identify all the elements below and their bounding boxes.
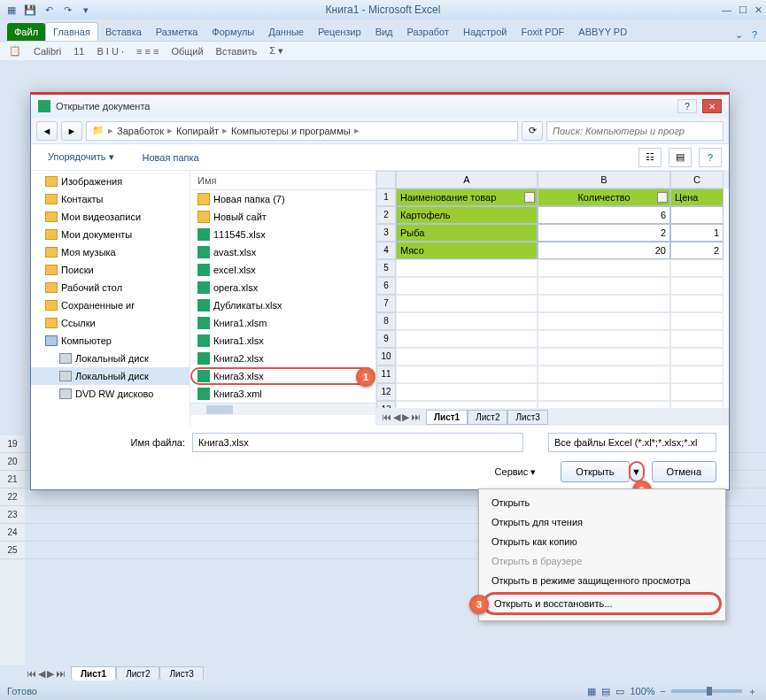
row-header[interactable]: 4 [376,242,396,259]
tree-node[interactable]: Поиски [31,261,190,279]
tab-abbyy[interactable]: ABBYY PD [571,23,634,41]
cell[interactable] [670,277,723,295]
tab-data[interactable]: Данные [261,23,311,41]
cell[interactable] [538,365,670,383]
cancel-button[interactable]: Отмена [652,461,716,482]
view-layout-icon[interactable]: ▤ [601,686,610,697]
cell[interactable] [670,365,723,383]
row-header[interactable]: 10 [376,348,396,365]
paste-icon[interactable]: 📋 [9,45,21,57]
col-header-b[interactable]: B [538,171,670,188]
minimize-button[interactable]: — [722,4,731,16]
cell[interactable] [538,401,670,408]
preview-nav-prev-icon[interactable]: ◀ [393,412,400,423]
tree-node[interactable]: Рабочий стол [31,279,190,296]
cell[interactable]: 20 [538,242,670,259]
menu-item[interactable]: Открыть для чтения [479,512,725,532]
view-normal-icon[interactable]: ▦ [587,686,596,697]
file-item[interactable]: Книга3.xlsx1 [190,367,375,385]
cell[interactable]: Количество [538,188,670,206]
row-header[interactable]: 5 [376,259,396,277]
cell[interactable] [538,277,670,295]
cell[interactable] [538,259,670,277]
cell[interactable] [670,312,723,330]
cell[interactable] [670,259,723,277]
cell[interactable] [396,277,538,295]
preview-pane-button[interactable]: ▤ [669,148,692,167]
cell[interactable] [538,383,670,401]
preview-nav-last-icon[interactable]: ⏭ [411,412,421,423]
search-input[interactable] [546,121,723,141]
cell[interactable]: 2 [538,224,670,242]
number-format[interactable]: Общий [171,46,203,57]
zoom-out-icon[interactable]: − [661,686,666,696]
cell[interactable] [538,312,670,330]
cell[interactable]: Картофель [396,206,538,224]
filter-icon[interactable] [524,192,535,203]
file-item[interactable]: Книга2.xlsx [190,350,375,367]
cell[interactable]: Наименование товар [396,188,538,206]
cell[interactable] [670,348,723,365]
view-mode-button[interactable]: ☷ [638,148,662,167]
row-header[interactable]: 6 [376,277,396,295]
undo-icon[interactable]: ↶ [41,2,57,18]
tree-node[interactable]: Ссылки [31,314,190,332]
breadcrumb[interactable]: 📁 ▸ Заработок▸ Копирайт▸ Компьютеры и пр… [86,121,518,141]
tab-insert[interactable]: Вставка [98,23,149,41]
hscrollbar[interactable] [190,403,375,415]
insert-cells[interactable]: Вставить [216,46,258,57]
cell[interactable]: Цена [670,188,723,206]
row-header[interactable]: 8 [376,312,396,330]
col-header-c[interactable]: C [670,171,723,188]
sheet-tab-1[interactable]: Лист1 [71,666,116,681]
tab-formulas[interactable]: Формулы [205,23,261,41]
font-name[interactable]: Calibri [34,46,61,57]
file-list[interactable]: Имя Новая папка (7)Новый сайт111545.xlsx… [190,171,376,426]
zoom-in-icon[interactable]: ＋ [747,685,757,698]
preview-nav-next-icon[interactable]: ▶ [402,412,409,423]
sheet-nav-next-icon[interactable]: ▶ [47,668,54,680]
tab-view[interactable]: Вид [368,23,400,41]
dialog-help-icon[interactable]: ? [677,99,697,113]
cell[interactable] [396,365,538,383]
cell[interactable] [670,401,723,408]
cell[interactable] [396,295,538,312]
menu-item[interactable]: Открыть в режиме защищенного просмотра [479,571,725,590]
sheet-nav-last-icon[interactable]: ⏭ [56,668,66,680]
tree-node[interactable]: Мои документы [31,226,190,243]
help-icon[interactable]: ? [752,29,757,41]
tree-node[interactable]: Локальный диск [31,350,190,367]
open-dropdown-button[interactable]: ▼ 2 [629,461,645,482]
zoom-slider[interactable] [671,689,742,693]
file-item[interactable]: opera.xlsx [190,279,375,296]
row-header[interactable]: 13 [376,401,396,408]
file-item[interactable]: avast.xlsx [190,243,375,261]
cell[interactable] [396,383,538,401]
menu-item[interactable]: Открыть [479,493,725,512]
new-folder-button[interactable]: Новая папка [133,149,209,166]
cell[interactable] [670,206,723,224]
cell[interactable] [396,330,538,348]
sheet-nav-prev-icon[interactable]: ◀ [38,668,45,680]
menu-item[interactable]: 3Открыть и восстановить... [483,592,722,615]
tab-file[interactable]: Файл [7,23,45,41]
sheet-tab-3[interactable]: Лист3 [159,666,203,681]
file-list-header[interactable]: Имя [190,171,375,190]
cell[interactable] [538,348,670,365]
preview-tab-3[interactable]: Лист3 [507,410,547,425]
dialog-help-button[interactable]: ? [699,148,722,167]
sheet-nav-first-icon[interactable]: ⏮ [27,668,36,680]
tab-foxit[interactable]: Foxit PDF [514,23,571,41]
dialog-close-button[interactable]: ✕ [702,99,722,113]
select-all-corner[interactable] [376,171,396,188]
tab-addins[interactable]: Надстрой [456,23,514,41]
service-button[interactable]: Сервис ▾ [495,466,537,478]
tree-node[interactable]: Сохраненные иг [31,296,190,314]
maximize-button[interactable]: ☐ [739,4,747,16]
cell[interactable] [670,330,723,348]
tree-node[interactable]: Локальный диск [31,367,190,385]
tab-layout[interactable]: Разметка [149,23,205,41]
col-header-a[interactable]: A [396,171,538,188]
cell[interactable] [396,401,538,408]
ribbon-minimize-icon[interactable]: ⌄ [735,29,743,41]
